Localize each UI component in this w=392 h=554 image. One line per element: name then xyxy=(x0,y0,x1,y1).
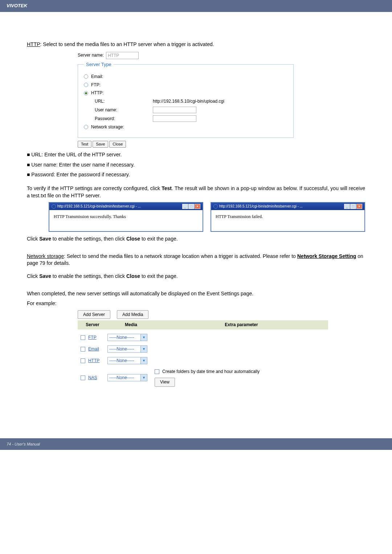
network-storage-label: Network storage: xyxy=(91,124,124,130)
popup-title-text: http://192.168.5.121/cgi-bin/admin/tests… xyxy=(219,204,303,208)
network-storage-para: Network storage: Select to send the medi… xyxy=(27,253,365,267)
completed-line1: When completed, the new server settings … xyxy=(27,290,365,297)
nas-view-button[interactable]: View xyxy=(155,378,175,387)
checkbox-email[interactable] xyxy=(81,347,85,352)
header-extra: Extra parameter xyxy=(155,320,328,329)
ftp-link[interactable]: FTP xyxy=(88,335,97,341)
radio-ftp[interactable] xyxy=(84,83,88,87)
minimize-icon[interactable]: _ xyxy=(182,204,188,209)
server-name-input[interactable] xyxy=(106,52,139,59)
chevron-down-icon: ▼ xyxy=(140,357,147,364)
save-button[interactable]: Save xyxy=(93,141,108,148)
popup-success: http://192.168.5.121/cgi-bin/admin/tests… xyxy=(49,202,203,232)
close-icon[interactable]: ✕ xyxy=(195,204,200,209)
network-storage-text: : Select to send the media files to a ne… xyxy=(64,253,297,259)
bullet-url: ■ URL: Enter the URL of the HTTP server. xyxy=(27,151,365,159)
popup-fail-body: HTTP Transmission failed. xyxy=(211,210,364,231)
table-row: HTTP -----None----- ▼ xyxy=(78,357,328,364)
table-row: FTP -----None----- ▼ xyxy=(78,334,328,341)
chevron-down-icon: ▼ xyxy=(140,374,147,381)
popup-success-body: HTTP Transmission successfully. Thanks xyxy=(49,210,203,231)
save-close-para-1: Click Save to enable the settings, then … xyxy=(27,235,365,243)
radio-http[interactable] xyxy=(84,91,88,95)
server-form: Server name: Server Type Email: FTP: HTT… xyxy=(78,52,294,148)
page-number: 74 - User's Manual xyxy=(7,442,40,446)
save-close-para-2: Click Save to enable the settings, then … xyxy=(27,273,365,280)
checkbox-create-folders[interactable] xyxy=(155,369,159,374)
checkbox-ftp[interactable] xyxy=(81,335,85,340)
checkbox-http[interactable] xyxy=(81,358,85,363)
bullet-pass: ■ Password: Enter the password if necess… xyxy=(27,171,365,178)
http-desc: : Select to send the media files to an H… xyxy=(40,41,214,47)
event-table: Add Server Add Media Server Media Extra … xyxy=(78,310,328,387)
password-input[interactable] xyxy=(153,115,196,122)
checkbox-nas[interactable] xyxy=(81,376,85,380)
minimize-icon[interactable]: _ xyxy=(344,204,350,209)
page-header: VIVOTEK xyxy=(0,0,392,11)
nas-create-label: Create folders by date time and hour aut… xyxy=(162,369,260,375)
radio-email[interactable] xyxy=(84,74,88,79)
table-row: NAS -----None----- ▼ Create folders by d… xyxy=(78,369,328,387)
ftp-media-select[interactable]: -----None----- ▼ xyxy=(107,334,147,341)
server-type-legend: Server Type xyxy=(84,61,114,68)
popup-row: http://192.168.5.121/cgi-bin/admin/tests… xyxy=(49,202,365,232)
http-radio-label: HTTP: xyxy=(91,90,104,96)
close-icon[interactable]: ✕ xyxy=(356,204,362,209)
close-button[interactable]: Close xyxy=(109,141,126,148)
popup-success-titlebar: http://192.168.5.121/cgi-bin/admin/tests… xyxy=(49,203,203,210)
username-label: User name: xyxy=(95,107,153,113)
ftp-label: FTP: xyxy=(91,82,101,88)
page-footer: 74 - User's Manual xyxy=(0,438,392,450)
header-media: Media xyxy=(107,320,155,329)
popup-fail-titlebar: http://192.168.5.121/cgi-bin/admin/tests… xyxy=(211,203,364,210)
brand-label: VIVOTEK xyxy=(7,3,27,8)
http-intro: HTTP: Select to send the media files to … xyxy=(27,41,365,48)
ie-icon xyxy=(213,204,218,209)
popup-title-text: http://192.168.5.121/cgi-bin/admin/tests… xyxy=(57,204,141,208)
nas-link[interactable]: NAS xyxy=(88,375,97,381)
server-name-label: Server name: xyxy=(78,52,104,58)
chevron-down-icon: ▼ xyxy=(140,334,147,341)
password-label: Password: xyxy=(95,116,153,122)
page-content: HTTP: Select to send the media files to … xyxy=(0,26,392,413)
popup-fail: http://192.168.5.121/cgi-bin/admin/tests… xyxy=(211,202,365,232)
radio-network-storage[interactable] xyxy=(84,125,88,129)
add-media-button[interactable]: Add Media xyxy=(117,310,148,319)
http-label: HTTP xyxy=(27,41,40,47)
header-rule xyxy=(0,11,392,12)
url-value: http://192.168.5.10/cgi-bin/upload.cgi xyxy=(153,98,224,104)
maximize-icon[interactable]: □ xyxy=(350,204,356,209)
http-link[interactable]: HTTP xyxy=(88,358,99,364)
server-type-fieldset: Server Type Email: FTP: HTTP: URL: http:… xyxy=(78,61,294,138)
event-table-header: Server Media Extra parameter xyxy=(78,320,328,329)
email-label: Email: xyxy=(91,74,103,80)
ie-icon xyxy=(52,204,56,209)
completed-line2: For example: xyxy=(27,300,365,307)
chevron-down-icon: ▼ xyxy=(140,346,147,352)
email-link[interactable]: Email xyxy=(88,346,99,352)
email-media-select[interactable]: -----None----- ▼ xyxy=(107,345,147,353)
bullet-user: ■ User name: Enter the user name if nece… xyxy=(27,161,365,169)
verify-test-word: Test xyxy=(162,185,172,191)
table-row: Email -----None----- ▼ xyxy=(78,345,328,353)
http-media-select[interactable]: -----None----- ▼ xyxy=(107,357,147,364)
username-input[interactable] xyxy=(153,107,196,113)
verify-paragraph: To verify if the HTTP settings are corre… xyxy=(27,185,365,199)
url-label: URL: xyxy=(95,98,153,104)
add-server-button[interactable]: Add Server xyxy=(78,310,110,319)
test-button[interactable]: Test xyxy=(78,141,91,148)
network-storage-label: Network storage xyxy=(27,253,64,259)
network-storage-link[interactable]: Network Storage Setting xyxy=(297,253,356,259)
verify-text-a: To verify if the HTTP settings are corre… xyxy=(27,185,162,191)
nas-media-select[interactable]: -----None----- ▼ xyxy=(107,374,147,381)
maximize-icon[interactable]: □ xyxy=(188,204,194,209)
header-server: Server xyxy=(78,320,107,329)
